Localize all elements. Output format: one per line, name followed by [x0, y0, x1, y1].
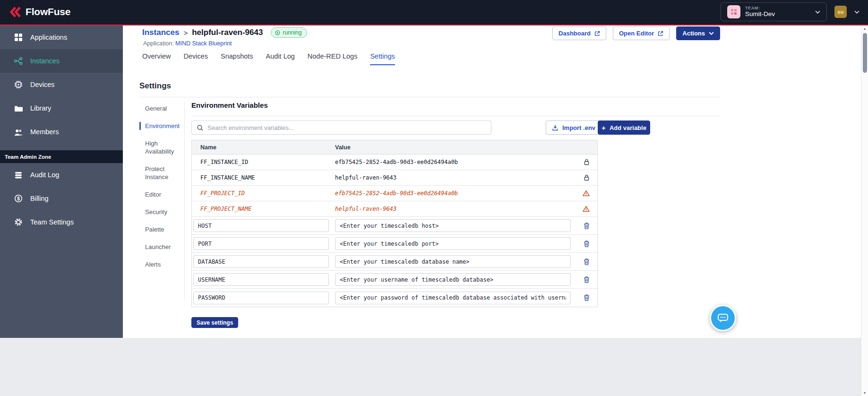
subnav-security[interactable]: Security	[139, 208, 183, 216]
tab-overview[interactable]: Overview	[142, 52, 171, 65]
sidebar-item-applications[interactable]: Applications	[0, 26, 123, 49]
env-value: helpful-raven-9643	[335, 206, 597, 212]
instance-tabs: Overview Devices Snapshots Audit Log Nod…	[142, 52, 395, 65]
library-folder-icon	[14, 104, 23, 112]
table-row	[192, 253, 597, 271]
team-admin-zone-header: Team Admin Zone	[0, 150, 123, 163]
warning-icon	[583, 190, 590, 197]
plus-icon: +	[602, 124, 606, 131]
env-name-input[interactable]	[193, 237, 329, 250]
subnav-palette[interactable]: Palette	[139, 225, 183, 233]
billing-icon: $	[14, 194, 23, 203]
column-header-name: Name	[200, 144, 335, 151]
sidebar-item-billing[interactable]: $ Billing	[0, 187, 123, 210]
open-editor-button[interactable]: Open Editor	[613, 26, 670, 40]
external-link-icon	[594, 31, 600, 36]
dashboard-button-label: Dashboard	[559, 30, 591, 37]
sidebar-item-instances[interactable]: Instances	[0, 49, 123, 73]
tab-settings[interactable]: Settings	[370, 52, 395, 65]
team-avatar	[727, 5, 740, 18]
status-text: running	[283, 29, 301, 36]
user-menu-chevron-down-icon[interactable]	[854, 10, 859, 14]
subnav-editor[interactable]: Editor	[139, 190, 183, 198]
import-env-button[interactable]: Import .env	[546, 121, 602, 135]
sidebar-item-members[interactable]: Members	[0, 120, 123, 144]
sidebar-item-devices[interactable]: Devices	[0, 73, 123, 96]
svg-text:$: $	[17, 196, 20, 201]
sidebar-item-team-settings[interactable]: Team Settings	[0, 210, 123, 234]
scrollbar-thumb[interactable]	[863, 33, 867, 73]
trash-icon[interactable]	[584, 222, 590, 229]
add-variable-button[interactable]: + Add variable	[598, 121, 650, 135]
sidebar-item-label: Billing	[30, 195, 49, 202]
subnav-environment[interactable]: Environment	[139, 122, 183, 130]
status-badge: running	[271, 27, 307, 38]
env-value: efb75425-2852-4adb-90d3-ee0d26494a0b	[335, 159, 597, 165]
search-box	[191, 121, 491, 135]
sidebar-item-library[interactable]: Library	[0, 96, 123, 120]
subnav-launcher[interactable]: Launcher	[139, 243, 183, 251]
scroll-down-arrow[interactable]: ▼	[861, 390, 868, 396]
env-value-input[interactable]	[335, 292, 571, 304]
env-name-input[interactable]	[193, 273, 329, 286]
env-value: efb75425-2852-4adb-90d3-ee0d26494a0b	[335, 190, 597, 197]
tab-devices[interactable]: Devices	[183, 52, 208, 65]
search-icon	[197, 124, 204, 131]
lock-icon	[584, 159, 590, 166]
dashboard-button[interactable]: Dashboard	[552, 26, 606, 40]
breadcrumb-separator: >	[183, 29, 188, 37]
subnav-alerts[interactable]: Alerts	[139, 260, 183, 268]
scroll-up-arrow[interactable]: ▲	[861, 26, 868, 32]
breadcrumb-instances-link[interactable]: Instances	[142, 28, 179, 37]
env-value-input[interactable]	[335, 237, 571, 250]
env-value-input[interactable]	[335, 273, 571, 286]
tab-node-red-logs[interactable]: Node-RED Logs	[308, 52, 358, 65]
save-settings-label: Save settings	[197, 319, 233, 326]
application-link[interactable]: MIND Stack Blueprint	[175, 40, 232, 47]
main-content: Instances > helpful-raven-9643 running A…	[123, 26, 861, 338]
chat-widget-button[interactable]	[710, 305, 736, 331]
lock-icon	[584, 174, 590, 181]
top-bar: FlowFuse TEAM: Sumit-Dev	[0, 0, 868, 26]
breadcrumb: Instances > helpful-raven-9643 running	[142, 27, 307, 38]
env-name-input[interactable]	[193, 219, 329, 232]
user-avatar[interactable]: su	[834, 6, 847, 18]
save-settings-button[interactable]: Save settings	[191, 317, 238, 328]
import-icon	[552, 124, 559, 131]
topbar-right: TEAM: Sumit-Dev su	[721, 2, 859, 21]
tab-snapshots[interactable]: Snapshots	[221, 52, 253, 65]
table-row: FF_INSTANCE_NAME helpful-raven-9643	[192, 170, 597, 186]
table-row: FF_PROJECT_NAME helpful-raven-9643	[192, 201, 597, 217]
search-input[interactable]	[207, 124, 486, 131]
trash-icon[interactable]	[584, 276, 590, 283]
table-header: Name Value	[192, 140, 597, 155]
trash-icon[interactable]	[584, 258, 590, 265]
env-name-input[interactable]	[193, 255, 329, 268]
env-value-input[interactable]	[335, 255, 571, 268]
env-name-input[interactable]	[193, 292, 329, 304]
trash-icon[interactable]	[584, 240, 590, 247]
tab-audit-log[interactable]: Audit Log	[266, 52, 295, 65]
sidebar-item-label: Applications	[30, 34, 67, 41]
sidebar-item-label: Team Settings	[30, 218, 74, 226]
scrollbar[interactable]: ▲ ▼	[861, 26, 868, 396]
trash-icon[interactable]	[584, 294, 590, 301]
sidebar-item-audit-log[interactable]: Audit Log	[0, 163, 123, 187]
table-row: FF_PROJECT_ID efb75425-2852-4adb-90d3-ee…	[192, 186, 597, 201]
team-info: TEAM: Sumit-Dev	[727, 5, 775, 18]
env-name: FF_INSTANCE_ID	[200, 159, 335, 165]
flowfuse-logo[interactable]: FlowFuse	[9, 6, 70, 18]
subnav-protect-instance[interactable]: Protect Instance	[139, 165, 183, 181]
sidebar: Applications Instances Devices Library	[0, 26, 123, 338]
team-selector[interactable]: TEAM: Sumit-Dev	[721, 2, 827, 21]
gear-icon	[14, 218, 23, 226]
team-label: TEAM:	[745, 6, 775, 10]
subnav-general[interactable]: General	[139, 104, 183, 112]
env-value-input[interactable]	[335, 219, 571, 232]
application-label: Application:	[143, 40, 174, 47]
subnav-high-availability[interactable]: High Availability	[139, 139, 183, 155]
actions-button[interactable]: Actions	[676, 26, 720, 40]
flowfuse-logo-icon	[9, 6, 21, 18]
members-icon	[14, 128, 23, 136]
sidebar-item-label: Library	[30, 104, 51, 112]
